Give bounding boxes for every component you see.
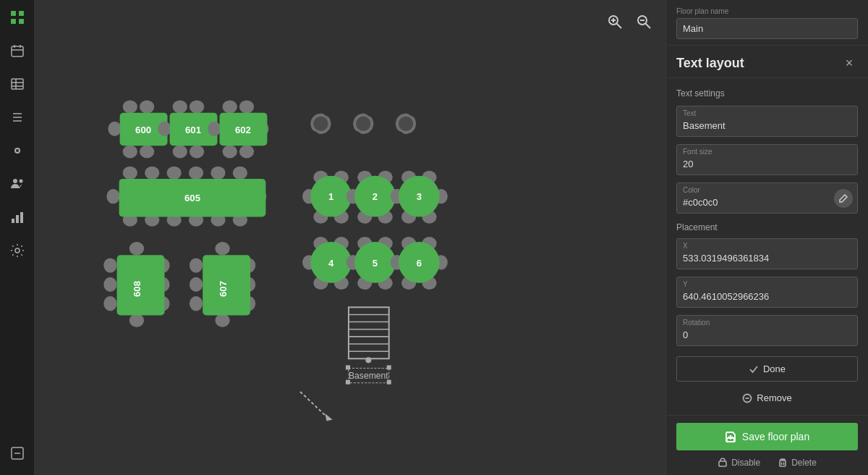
svg-point-146 [378, 237, 393, 250]
svg-point-111 [391, 189, 404, 203]
svg-point-139 [302, 255, 315, 269]
text-settings-label: Text settings [676, 88, 858, 98]
close-button[interactable]: × [841, 54, 858, 72]
table-607[interactable]: 607 [190, 242, 255, 327]
zoom-out-button[interactable] [632, 10, 655, 33]
svg-point-56 [308, 112, 333, 135]
svg-point-66 [356, 114, 370, 134]
font-size-input[interactable] [683, 159, 834, 169]
svg-point-99 [310, 176, 352, 217]
svg-rect-172 [346, 380, 350, 384]
y-label: Y [683, 280, 851, 288]
svg-rect-8 [12, 79, 23, 89]
sidebar-icon-paint[interactable] [7, 140, 27, 161]
footer-actions: Disable Delete [676, 458, 858, 468]
svg-rect-38 [120, 113, 168, 146]
color-field-group: Color [676, 182, 858, 214]
save-floor-plan-button[interactable]: Save floor plan [676, 423, 858, 450]
table-601[interactable]: 601 [158, 100, 218, 158]
svg-point-69 [356, 117, 370, 131]
svg-point-97 [313, 210, 328, 223]
svg-point-87 [210, 214, 225, 227]
svg-point-71 [393, 112, 419, 135]
sidebar-icon-wifi[interactable] [7, 443, 27, 463]
svg-point-74 [396, 117, 416, 131]
delete-button[interactable]: Delete [778, 458, 817, 468]
svg-point-64 [351, 112, 376, 135]
sidebar-icon-table[interactable] [7, 74, 27, 94]
sidebar [0, 0, 35, 475]
table-5[interactable]: 5 [346, 237, 404, 290]
svg-line-26 [617, 24, 622, 29]
svg-point-51 [239, 145, 254, 158]
basement-text-element[interactable]: Basement [346, 365, 391, 384]
y-input[interactable] [683, 291, 851, 302]
rotation-input[interactable] [683, 329, 851, 340]
svg-point-59 [313, 114, 328, 134]
svg-point-57 [308, 112, 333, 135]
done-label: Done [763, 363, 786, 374]
color-field-wrapper: Color [676, 182, 858, 214]
svg-point-102 [378, 171, 393, 184]
sidebar-icon-calendar[interactable] [7, 41, 27, 61]
svg-point-62 [313, 117, 328, 131]
table-1[interactable]: 1 [302, 171, 359, 224]
svg-point-81 [210, 167, 225, 180]
remove-button[interactable]: Remove [676, 386, 858, 410]
svg-point-65 [356, 114, 370, 134]
svg-point-98 [334, 210, 349, 223]
svg-point-60 [310, 117, 331, 131]
table-608[interactable]: 608 [103, 242, 169, 327]
color-input[interactable] [683, 197, 825, 208]
remove-label: Remove [757, 392, 791, 403]
done-button[interactable]: Done [676, 356, 858, 382]
svg-point-150 [378, 277, 393, 290]
svg-rect-2 [11, 19, 16, 24]
svg-point-131 [242, 277, 255, 292]
floor-plan-name-input[interactable] [676, 18, 858, 39]
svg-point-86 [189, 214, 203, 227]
svg-rect-20 [16, 215, 19, 223]
sidebar-icon-settings[interactable] [7, 240, 27, 261]
color-edit-button[interactable] [834, 189, 853, 208]
svg-rect-161 [349, 307, 389, 358]
svg-rect-4 [12, 46, 23, 56]
table-2[interactable]: 2 [346, 171, 404, 224]
svg-text:601: 601 [185, 125, 201, 135]
svg-point-151 [354, 242, 396, 283]
svg-point-82 [233, 167, 247, 180]
svg-point-70 [393, 112, 419, 135]
svg-point-103 [346, 189, 359, 203]
disable-label: Disable [731, 458, 760, 468]
font-size-field-wrapper: Font size [676, 144, 858, 175]
svg-point-33 [140, 100, 154, 113]
staircase[interactable] [349, 307, 389, 363]
svg-text:6: 6 [417, 258, 422, 269]
disable-button[interactable]: Disable [718, 458, 760, 468]
svg-point-124 [129, 314, 144, 327]
svg-point-141 [313, 277, 328, 290]
sidebar-icon-list[interactable] [7, 107, 27, 127]
text-field-input[interactable] [683, 120, 834, 131]
save-label: Save floor plan [742, 431, 809, 442]
panel-title: Text layout [676, 56, 744, 71]
sidebar-icon-grid[interactable] [7, 7, 27, 28]
remove-icon [742, 393, 752, 403]
sidebar-icon-chart[interactable] [7, 207, 27, 227]
table-602[interactable]: 602 [208, 100, 268, 158]
table-600[interactable]: 600 [108, 100, 169, 158]
svg-point-104 [391, 189, 404, 203]
table-3[interactable]: 3 [391, 171, 448, 224]
x-input[interactable] [683, 253, 851, 264]
table-605[interactable]: 605 [106, 167, 266, 227]
arrow-element[interactable] [300, 392, 333, 421]
zoom-controls [603, 10, 655, 33]
table-6[interactable]: 6 [391, 237, 448, 290]
canvas-area[interactable]: 600 601 602 [35, 0, 665, 475]
svg-point-129 [190, 296, 203, 311]
zoom-in-button[interactable] [603, 10, 626, 33]
sidebar-icon-people[interactable] [7, 174, 27, 194]
svg-point-50 [223, 145, 237, 158]
plant-2 [351, 111, 376, 136]
table-4[interactable]: 4 [302, 237, 359, 290]
